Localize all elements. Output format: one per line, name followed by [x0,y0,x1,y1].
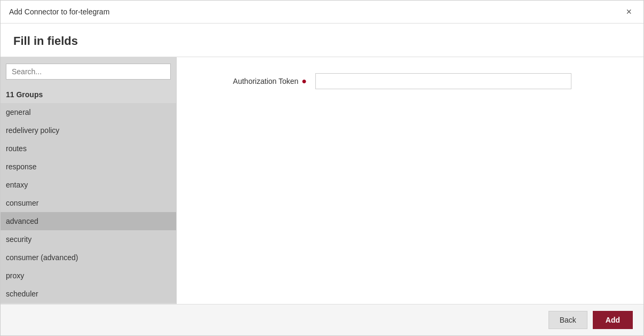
field-label-text: Authorization Token [233,77,299,85]
modal-body: 11 Groups general redelivery policy rout… [1,57,643,304]
sidebar: 11 Groups general redelivery policy rout… [1,57,177,304]
field-label-authorization-token: Authorization Token ● [198,76,315,86]
sidebar-item-label: redelivery policy [6,126,59,135]
groups-label: 11 Groups [1,86,176,103]
sidebar-item-response[interactable]: response [1,158,176,176]
page-title: Fill in fields [13,34,78,48]
back-button[interactable]: Back [548,311,587,329]
sidebar-item-general[interactable]: general [1,103,176,121]
search-input[interactable] [6,64,171,80]
field-row-authorization-token: Authorization Token ● [198,73,622,89]
sidebar-item-advanced[interactable]: advanced [1,212,176,230]
close-button[interactable]: × [623,6,635,18]
modal-footer: Back Add [1,304,643,335]
sidebar-item-label: advanced [6,217,38,225]
sidebar-item-entaxy[interactable]: entaxy [1,176,176,194]
sidebar-item-redelivery-policy[interactable]: redelivery policy [1,121,176,139]
add-button[interactable]: Add [593,311,633,329]
modal-title: Add Connector to for-telegram [9,7,109,16]
sidebar-item-label: proxy [6,271,24,280]
sidebar-search-container [1,57,176,86]
sidebar-item-label: consumer [6,199,38,207]
sidebar-item-consumer-advanced[interactable]: consumer (advanced) [1,248,176,267]
sidebar-item-label: scheduler [6,290,38,298]
main-content: Authorization Token ● [177,57,643,304]
sidebar-item-label: security [6,235,31,244]
sidebar-item-consumer[interactable]: consumer [1,194,176,212]
sidebar-item-label: routes [6,144,27,153]
sidebar-item-label: entaxy [6,181,28,189]
modal-dialog: Add Connector to for-telegram × Fill in … [0,0,644,336]
sidebar-item-scheduler[interactable]: scheduler [1,285,176,303]
modal-header: Fill in fields [1,24,643,57]
sidebar-item-label: consumer (advanced) [6,253,78,262]
modal-title-bar: Add Connector to for-telegram × [1,1,643,24]
authorization-token-input[interactable] [315,73,571,89]
sidebar-item-proxy[interactable]: proxy [1,267,176,285]
sidebar-item-routes[interactable]: routes [1,139,176,158]
sidebar-item-label: response [6,162,37,171]
sidebar-item-security[interactable]: security [1,230,176,248]
sidebar-item-label: general [6,108,31,116]
required-icon: ● [301,76,307,86]
